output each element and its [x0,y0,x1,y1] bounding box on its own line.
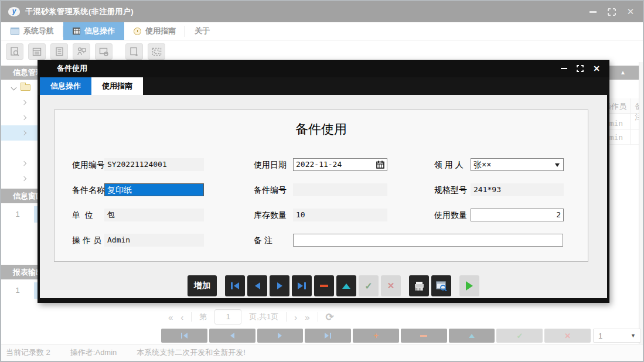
record-next-button[interactable] [270,275,289,296]
chevron-right-icon [22,176,26,181]
nav-next-button[interactable] [257,329,304,343]
stock-qty-label: 库存数量 [254,209,287,221]
record-last-button[interactable] [292,275,312,296]
nav-cancel-button[interactable]: ✕ [544,329,591,343]
part-name-field[interactable]: 复印纸 [104,183,204,196]
record-prev-button[interactable] [247,275,267,296]
usage-qty-label: 使用数量 [434,209,467,221]
collapse-panel-icon[interactable]: ▲ [620,70,626,76]
x-icon: ✕ [564,332,571,340]
chevron-right-icon [22,115,26,120]
first-icon [183,333,188,339]
dialog-minimize-button[interactable] [559,64,568,73]
tab-about[interactable]: 关于 [185,22,219,40]
divider [286,312,287,322]
dialog-close-button[interactable]: ✕ [592,64,601,73]
print-icon [414,281,425,291]
app-logo-icon: y [8,7,20,16]
part-no-label: 备件编号 [254,183,287,196]
record-edit-button[interactable] [336,275,356,296]
operator-label: 操作者:Admin [70,347,117,358]
close-icon: ✕ [593,64,600,73]
calendar-icon[interactable] [376,160,384,169]
form-title: 备件使用 [54,121,588,138]
main-toolbar [1,41,643,62]
record-cancel-button[interactable]: ✕ [381,275,401,296]
remark-label: 备 注 [254,234,272,247]
chevron-right-icon [22,100,26,105]
minus-icon [320,285,328,287]
run-button[interactable] [459,275,479,296]
close-button[interactable]: ✕ [624,6,637,18]
nav-prev-button[interactable] [209,329,255,343]
pagination-bar: « ‹ 第 1 页,共1页 › » ⟳ [168,308,334,326]
recipient-value: 张×× [473,160,491,169]
side-scroll-strip[interactable] [639,62,644,344]
document-button[interactable] [50,43,68,60]
check-icon: ✓ [516,332,523,340]
window-titlebar: y 干混砂浆管理系统(非注册用户) ✕ [1,1,643,22]
window-search-icon [99,47,109,56]
part-name-label: 备件名称 [72,183,105,196]
page-number-input[interactable]: 1 [214,309,241,325]
caret-down-icon[interactable] [11,84,17,90]
tab-label: 信息操作 [84,26,115,36]
usage-qty-field[interactable]: 2 [471,209,564,221]
dialog-tab-user-guide[interactable]: 使用指南 [91,77,143,95]
nav-first-button[interactable] [161,329,207,343]
minus-icon [420,335,427,337]
tab-system-nav[interactable]: 系统导航 [1,22,63,40]
nav-delete-button[interactable] [401,329,447,343]
window-title: 干混砂浆管理系统(非注册用户) [25,6,134,17]
triangle-up-icon [469,334,475,338]
unit-label: 单 位 [72,209,93,221]
nav-add-button[interactable]: + [353,329,399,343]
preview-icon [436,281,447,291]
dialog-tab-info-ops[interactable]: 信息操作 [40,77,91,95]
chevron-down-icon[interactable] [555,163,560,167]
page-prev-button[interactable]: ‹ [180,312,183,322]
remark-field[interactable] [293,234,563,247]
page-next-button[interactable]: › [294,312,297,322]
tab-label: 关于 [195,26,210,36]
divider [318,312,318,322]
recipient-select[interactable]: 张×× [471,158,564,171]
plus-icon: + [373,333,378,339]
usage-date-field[interactable]: 2022-11-24 [293,158,387,171]
dialog-tabbar: 信息操作 使用指南 [38,77,609,95]
record-first-button[interactable] [225,275,245,296]
minimize-button[interactable] [587,6,599,18]
tab-info-ops[interactable]: 信息操作 [63,22,124,40]
user-terminal-button[interactable] [73,43,90,60]
nav-confirm-button[interactable]: ✓ [496,329,543,343]
system-note-label: 本系统支持二次开发和全新开发! [137,347,246,358]
refresh-icon[interactable]: ⟳ [326,311,334,323]
dialog-button-bar: 增加 ✓ ✕ [188,275,479,296]
close-icon: ✕ [627,6,635,17]
form-view-button[interactable] [28,43,46,60]
page-last-button[interactable]: » [305,312,309,322]
preview-button[interactable] [431,275,451,296]
tab-label: 使用指南 [145,26,176,36]
window-preview-button[interactable] [95,43,113,60]
dialog-body: 备件使用 使用编号 SY20221124001 使用日期 2022-11-24 [40,95,607,298]
nav-last-button[interactable] [305,329,351,343]
record-delete-button[interactable] [314,275,334,296]
page-size-select[interactable]: 1 ▼ [593,329,641,343]
x-icon: ✕ [387,281,395,291]
add-document-button[interactable] [125,43,143,60]
nav-up-button[interactable] [449,329,495,343]
restore-button[interactable] [605,6,618,18]
select-region-button[interactable] [148,43,165,60]
last-icon [304,282,306,289]
print-button[interactable] [409,275,429,296]
triangle-up-icon [342,284,350,289]
dialog-maximize-button[interactable] [575,64,585,73]
dashed-window-icon [152,47,162,56]
add-record-button[interactable]: 增加 [188,275,217,296]
record-confirm-button[interactable]: ✓ [359,275,379,296]
page-first-button[interactable]: « [168,312,173,322]
search-record-button[interactable] [6,43,23,60]
spec-label: 规格型号 [434,183,467,196]
tab-user-guide[interactable]: 使用指南 [124,22,185,40]
